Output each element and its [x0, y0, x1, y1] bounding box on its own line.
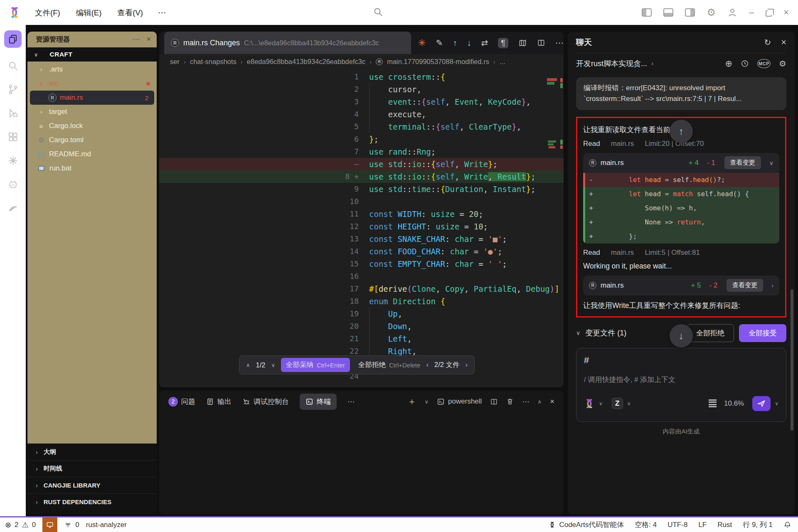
codearts-ai-status[interactable]: CodeArts代码智能体 — [549, 520, 624, 530]
trash-icon[interactable] — [506, 398, 514, 405]
breadcrumb-item[interactable]: e8eda96c8bba413b934c26eabbdefc3c — [247, 58, 365, 66]
explorer-close-icon[interactable]: × — [146, 35, 151, 44]
tab-debug-console[interactable]: 调试控制台 — [242, 397, 289, 406]
map-icon[interactable] — [518, 39, 527, 47]
send-button[interactable] — [752, 396, 771, 411]
breadcrumb[interactable]: ser›chat-snapshots›e8eda96c8bba413b934c2… — [159, 54, 564, 69]
model-z-dropdown-icon[interactable]: ∨ — [627, 401, 631, 406]
tree-item-target[interactable]: ›target — [27, 105, 157, 119]
breadcrumb-item[interactable]: ser — [170, 58, 180, 66]
explorer-more-icon[interactable]: ⋯ — [132, 35, 140, 44]
restore-window-icon[interactable] — [766, 10, 772, 17]
language-status[interactable]: Rust — [717, 521, 732, 529]
code-diff-view[interactable]: 1use crossterm::{2 cursor,3 event::{self… — [159, 69, 564, 387]
rust-analyzer-status[interactable]: rust-analyzer — [86, 521, 127, 529]
sidebar-section-rust-dependencies[interactable]: ›RUST DEPENDENCIES — [27, 493, 157, 510]
mcp-icon[interactable]: MCP — [757, 59, 771, 68]
reject-all-button[interactable]: 全部拒绝 Ctrl+Delete — [358, 360, 420, 369]
next-change-icon[interactable]: ↓ — [467, 38, 471, 48]
minimize-icon[interactable]: – — [749, 7, 754, 18]
scroll-down-button[interactable]: ↓ — [670, 324, 693, 347]
shell-powershell[interactable]: powershell — [437, 397, 482, 406]
menu-item[interactable]: 编辑(E) — [76, 7, 102, 18]
tree-item-src[interactable]: ∨src — [27, 76, 157, 91]
tree-item-run-bat[interactable]: run.bat — [27, 161, 157, 175]
chevron-down-icon[interactable]: ∨ — [576, 330, 580, 336]
diff-prev-icon[interactable]: ∧ — [246, 362, 250, 368]
view-changes-button[interactable]: 查看变更 — [727, 279, 763, 292]
ports-status[interactable]: 0 — [64, 521, 79, 529]
prev-file-icon[interactable]: ‹ — [426, 361, 429, 369]
model-dropdown-icon[interactable]: ∨ — [599, 401, 603, 406]
editor-more-icon[interactable]: ⋯ — [555, 38, 564, 48]
breadcrumb-item[interactable]: chat-snapshots — [190, 58, 236, 66]
model-logo-icon[interactable] — [584, 398, 595, 409]
account-icon[interactable] — [727, 7, 737, 17]
chat-session-title[interactable]: 开发rust脚本实现贪... — [576, 59, 647, 69]
eol-status[interactable]: LF — [698, 521, 707, 529]
chat-close-icon[interactable]: × — [781, 37, 786, 48]
indentation-status[interactable]: 空格: 4 — [635, 520, 657, 530]
tree-item--arts[interactable]: ›.arts — [27, 62, 157, 76]
toggle-left-sidebar-icon[interactable] — [642, 8, 652, 17]
collapse-icon[interactable]: ∨ — [769, 160, 773, 166]
tab-output[interactable]: 输出 — [206, 397, 232, 406]
split-terminal-icon[interactable] — [490, 398, 498, 406]
next-file-icon[interactable]: › — [466, 361, 468, 369]
expand-icon[interactable]: › — [771, 282, 773, 289]
sidebar-section-大纲[interactable]: ›大纲 — [27, 443, 157, 460]
tree-item-cargo-lock[interactable]: ≡Cargo.lock — [27, 119, 157, 133]
activity-kangaroo-icon[interactable] — [7, 202, 19, 214]
chat-scrollbar[interactable] — [791, 289, 793, 431]
tree-item-cargo-toml[interactable]: ⚙Cargo.toml — [27, 133, 157, 147]
send-dropdown-icon[interactable]: ∨ — [775, 401, 778, 406]
tab-terminal[interactable]: 终端 — [300, 394, 337, 410]
history-icon[interactable] — [741, 59, 749, 68]
cursor-position[interactable]: 行 9, 列 1 — [743, 520, 773, 530]
whitespace-toggle-icon[interactable]: ¶ — [498, 38, 508, 48]
model-z-badge[interactable]: Z — [612, 398, 623, 409]
tree-item-main-rs[interactable]: Rmain.rs2 — [30, 91, 154, 105]
tree-item-readme-md[interactable]: ⓘREADME.md — [27, 147, 157, 161]
tab-problems[interactable]: 2 问题 — [168, 397, 195, 406]
panel-tabs-more-icon[interactable]: ⋯ — [347, 397, 355, 406]
scroll-up-button[interactable]: ↑ — [670, 120, 693, 143]
edit-pencil-icon[interactable]: ✎ — [436, 38, 443, 48]
view-changes-button[interactable]: 查看变更 — [724, 156, 761, 169]
swap-diff-icon[interactable]: ⇄ — [481, 38, 488, 48]
activity-source-control-icon[interactable] — [7, 84, 19, 95]
tab-main-rs-changes[interactable]: R main.rs Changes C:\...\e8eda96c8bba413… — [164, 32, 411, 54]
maximize-panel-icon[interactable]: ∧ — [537, 399, 542, 405]
reject-all-files-button[interactable]: 全部拒绝 — [687, 324, 734, 342]
notifications-bell-icon[interactable] — [783, 521, 791, 529]
breadcrumb-more[interactable]: ... — [500, 58, 505, 66]
new-terminal-icon[interactable]: ＋ — [408, 396, 416, 407]
menu-more[interactable]: ⋯ — [158, 7, 166, 17]
terminal-content[interactable] — [159, 412, 564, 514]
activity-search-icon[interactable] — [7, 60, 19, 71]
breadcrumb-file[interactable]: main.1770990537088-modified.rs — [387, 58, 489, 66]
settings-gear-icon[interactable]: ⚙ — [707, 7, 716, 18]
chat-refresh-icon[interactable]: ↻ — [764, 37, 771, 47]
close-panel-icon[interactable]: × — [550, 397, 554, 406]
diff-next-icon[interactable]: ∨ — [271, 362, 275, 368]
panel-more-icon[interactable]: ⋯ — [522, 397, 529, 406]
activity-extensions-icon[interactable] — [7, 131, 19, 143]
activity-explorer-icon[interactable] — [4, 30, 22, 48]
explorer-root-folder[interactable]: ∨ CRAFT — [27, 47, 157, 62]
activity-robot-icon[interactable] — [7, 179, 19, 190]
menu-item[interactable]: 查看(V) — [117, 7, 143, 18]
problems-status[interactable]: ⊗ 2 ⚠ 0 — [5, 520, 36, 530]
accept-all-button[interactable]: 全部采纳 Ctrl+Enter — [281, 358, 350, 372]
chat-settings-icon[interactable]: ⚙ — [779, 59, 786, 69]
close-window-icon[interactable]: × — [783, 7, 789, 18]
new-chat-icon[interactable]: ⊕ — [725, 59, 733, 69]
codearts-ai-edit-icon[interactable]: ✳ — [418, 37, 426, 49]
prev-change-icon[interactable]: ↑ — [453, 38, 457, 48]
split-editor-icon[interactable] — [537, 39, 545, 47]
toggle-right-sidebar-icon[interactable] — [685, 8, 695, 17]
activity-codearts-ai-icon[interactable] — [7, 155, 19, 166]
sidebar-section-时间线[interactable]: ›时间线 — [27, 460, 157, 477]
sidebar-section-cangjie-library[interactable]: ›CANGJIE LIBRARY — [27, 477, 157, 493]
remote-indicator[interactable] — [42, 517, 57, 532]
